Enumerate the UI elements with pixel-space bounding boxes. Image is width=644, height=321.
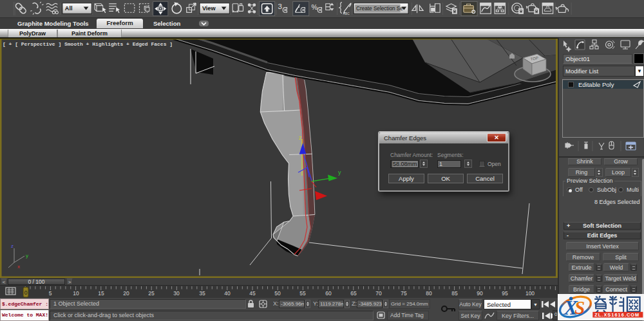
svg-text:60: 60 [325,290,332,297]
svg-text:S: S [574,297,585,318]
svg-text:0: 0 [24,289,28,296]
svg-text:90: 90 [477,290,483,297]
svg-text:ABC: ABC [343,12,350,15]
svg-text:20: 20 [123,290,129,297]
svg-text:95: 95 [502,290,508,297]
svg-text:70: 70 [375,290,382,297]
svg-text:65: 65 [350,290,357,297]
svg-text:30: 30 [173,290,180,297]
svg-text:40: 40 [224,290,231,297]
svg-text:55: 55 [299,290,306,297]
svg-text:15: 15 [98,290,104,297]
svg-text:35: 35 [199,290,205,297]
svg-text:100: 100 [526,290,535,297]
svg-text:80: 80 [426,290,432,297]
svg-text:Create Selection Se: Create Selection Se [356,6,403,12]
svg-text:%: % [312,3,318,11]
svg-text:25: 25 [148,290,155,297]
svg-text:45: 45 [249,290,256,297]
svg-text:3: 3 [278,3,282,10]
svg-text:y: y [26,253,28,259]
svg-text:50: 50 [274,290,281,297]
svg-text:85: 85 [451,290,458,297]
svg-text:View: View [202,5,216,12]
svg-text:x: x [17,264,20,270]
svg-text:z: z [299,134,302,141]
svg-text:All: All [65,5,73,12]
svg-text:y: y [338,169,341,176]
svg-text:5: 5 [49,290,52,297]
svg-text:ZL.XS1616.COM: ZL.XS1616.COM [594,312,639,318]
svg-text:10: 10 [73,290,79,297]
svg-text:75: 75 [401,290,407,297]
svg-text:z: z [11,243,14,249]
